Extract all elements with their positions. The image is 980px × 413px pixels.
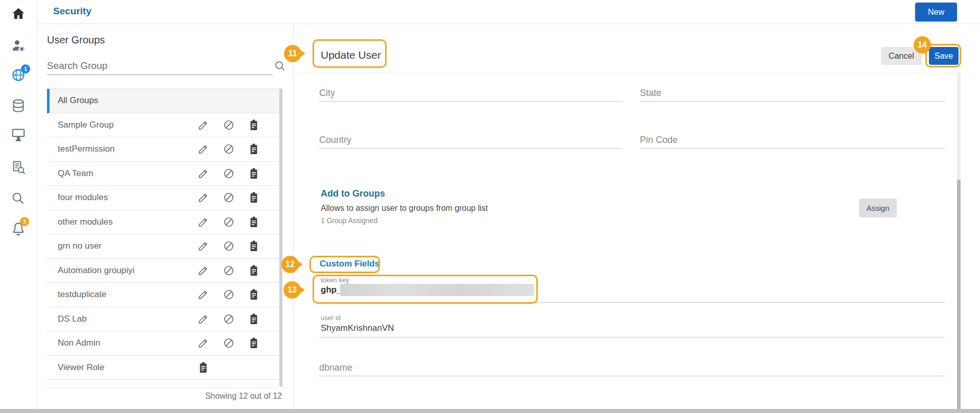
edit-group-icon[interactable]	[197, 216, 209, 228]
group-row[interactable]: QA Team	[47, 162, 279, 186]
edit-group-icon[interactable]	[197, 264, 209, 277]
disable-group-icon[interactable]	[223, 337, 235, 349]
group-name: Automation groupiyi	[58, 265, 134, 276]
country-field[interactable]	[319, 132, 622, 149]
assign-button[interactable]: Assign	[859, 199, 897, 217]
edit-group-icon[interactable]	[197, 313, 209, 325]
pin-code-field[interactable]	[640, 132, 945, 149]
group-search-input[interactable]	[47, 57, 273, 75]
group-clipboard-icon[interactable]	[197, 361, 209, 374]
group-name: QA Team	[58, 168, 93, 179]
group-name: All Groups	[58, 95, 98, 106]
update-user-panel: Update User Cancel Save Add to Groups Al…	[294, 24, 980, 409]
group-name: Viewer Role	[58, 362, 104, 373]
disable-group-icon[interactable]	[223, 119, 235, 131]
edit-group-icon[interactable]	[197, 143, 209, 155]
group-clipboard-icon[interactable]	[248, 240, 260, 252]
group-clipboard-icon[interactable]	[248, 191, 260, 204]
group-row[interactable]: grn no user	[47, 234, 279, 259]
home-icon[interactable]	[11, 6, 26, 21]
token-key-value[interactable]: ghp_	[321, 285, 342, 295]
database-icon[interactable]	[11, 98, 26, 113]
topbar: Security New	[37, 0, 980, 24]
group-name: Non Admin	[58, 338, 100, 348]
group-name: grn no user	[58, 241, 102, 251]
edit-group-icon[interactable]	[197, 240, 209, 252]
annotation-badge-12: 12	[281, 256, 299, 273]
group-list: All Groups Sample Group testPermission Q…	[47, 88, 279, 380]
user-groups-panel: User Groups All Groups Sample Group test…	[37, 24, 294, 409]
group-row[interactable]: Viewer Role	[47, 356, 279, 380]
user-id-value[interactable]: ShyamKrishnanVN	[321, 323, 394, 333]
security-badge: 1	[21, 64, 30, 74]
group-count-text: Showing 12 out of 12	[205, 392, 282, 401]
audit-search-icon[interactable]	[11, 160, 26, 175]
group-row[interactable]: testPermission	[47, 137, 279, 162]
disable-group-icon[interactable]	[223, 191, 235, 204]
user-id-label: user id	[321, 314, 341, 322]
disable-group-icon[interactable]	[223, 288, 235, 301]
header-divider	[294, 72, 957, 73]
disable-group-icon[interactable]	[223, 240, 235, 252]
group-row[interactable]: Sample Group	[47, 113, 279, 138]
group-row[interactable]: Automation groupiyi	[47, 259, 279, 283]
page-title: Security	[53, 6, 91, 17]
new-button[interactable]: New	[915, 3, 957, 21]
annotation-badge-13: 13	[283, 281, 301, 299]
disable-group-icon[interactable]	[223, 264, 235, 277]
disable-group-icon[interactable]	[223, 143, 235, 155]
group-clipboard-icon[interactable]	[248, 313, 260, 325]
icon-sidebar: 1 3	[0, 0, 37, 409]
edit-group-icon[interactable]	[197, 191, 209, 204]
group-name: testduplicate	[58, 289, 106, 300]
search-icon[interactable]	[274, 60, 286, 72]
main-scrollbar[interactable]	[957, 72, 961, 409]
group-name: other modules	[58, 217, 113, 227]
group-clipboard-icon[interactable]	[248, 167, 260, 180]
edit-group-icon[interactable]	[197, 167, 209, 180]
annotation-badge-11: 11	[284, 45, 301, 62]
group-row[interactable]: testduplicate	[47, 283, 279, 307]
group-clipboard-icon[interactable]	[248, 143, 260, 155]
city-field[interactable]	[319, 85, 622, 102]
state-field[interactable]	[640, 85, 945, 102]
dbname-field[interactable]	[319, 360, 945, 376]
search-nav-icon[interactable]	[11, 191, 26, 206]
edit-group-icon[interactable]	[197, 119, 209, 131]
list-divider	[47, 387, 279, 388]
save-button[interactable]: Save	[929, 47, 959, 65]
security-globe-icon[interactable]: 1	[11, 67, 26, 83]
token-key-underline	[319, 302, 945, 303]
disable-group-icon[interactable]	[223, 216, 235, 228]
main-scrollbar-thumb[interactable]	[957, 180, 961, 409]
group-row[interactable]: other modules	[47, 210, 279, 235]
group-clipboard-icon[interactable]	[248, 216, 260, 228]
custom-fields-link[interactable]: Custom Fields	[320, 259, 379, 269]
edit-group-icon[interactable]	[197, 337, 209, 349]
training-icon[interactable]	[11, 127, 26, 142]
group-clipboard-icon[interactable]	[248, 288, 260, 301]
group-row[interactable]: Non Admin	[47, 331, 279, 356]
group-list-scrollbar[interactable]	[279, 88, 282, 387]
group-row[interactable]: DS Lab	[47, 307, 279, 332]
groups-assigned-count: 1 Group Assigned	[321, 216, 377, 225]
group-name: testPermission	[58, 144, 114, 154]
notifications-bell-icon[interactable]: 3	[11, 221, 26, 236]
bottom-edge-strip	[0, 409, 980, 413]
annotation-badge-14: 14	[914, 36, 931, 54]
app-window: 1 3 Security New User Groups All Groups …	[0, 0, 980, 413]
group-row-all-groups[interactable]: All Groups	[47, 89, 279, 113]
group-name: DS Lab	[58, 314, 87, 324]
user-id-underline	[319, 337, 945, 337]
group-clipboard-icon[interactable]	[248, 264, 260, 277]
group-clipboard-icon[interactable]	[248, 119, 260, 131]
disable-group-icon[interactable]	[223, 167, 235, 180]
group-clipboard-icon[interactable]	[248, 337, 260, 349]
token-redacted-blur	[340, 284, 534, 296]
add-to-groups-link[interactable]: Add to Groups	[321, 188, 385, 199]
add-to-groups-description: Allows to assign user to groups from gro…	[321, 204, 488, 213]
user-settings-icon[interactable]	[11, 38, 26, 53]
disable-group-icon[interactable]	[223, 313, 235, 325]
edit-group-icon[interactable]	[197, 288, 209, 301]
group-row[interactable]: four modules	[47, 186, 279, 210]
